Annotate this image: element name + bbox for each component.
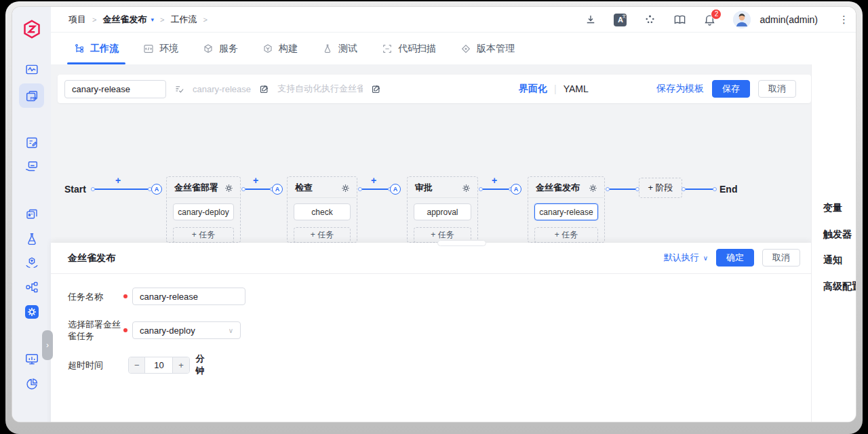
pipeline-end-node: End <box>719 184 737 195</box>
stage-title: 检查 <box>295 182 313 194</box>
zadig-logo-icon[interactable] <box>22 19 42 39</box>
add-stage-plus-button[interactable]: + <box>492 175 497 186</box>
exec-mode-dropdown[interactable]: 默认执行 ∨ <box>664 252 708 264</box>
required-dot <box>123 294 127 298</box>
task-button[interactable]: approval <box>414 203 471 220</box>
required-dot <box>123 328 127 332</box>
breadcrumb-separator: > <box>160 16 164 24</box>
add-task-button[interactable]: + 任务 <box>294 227 351 243</box>
kebab-menu-icon[interactable]: ⋮ <box>839 14 849 26</box>
timeout-stepper: − + <box>128 357 189 374</box>
stage-title: 金丝雀部署 <box>174 182 218 194</box>
add-stage-plus-button[interactable]: + <box>371 175 376 186</box>
right-config-menu: 变量 触发器 通知 高级配置 <box>811 64 856 422</box>
stage-settings-gear-icon[interactable] <box>341 184 350 193</box>
topbar-actions: A文 2 admin(admin) ⋮ <box>585 7 849 33</box>
approval-node-icon[interactable]: A <box>390 184 401 195</box>
task-name-label: 任务名称 <box>68 291 123 302</box>
tab-workflow[interactable]: 工作流 <box>64 33 128 64</box>
connector-line <box>94 189 149 190</box>
stage-settings-gear-icon[interactable] <box>462 184 471 193</box>
breadcrumb: 项目 > 金丝雀发布 ▾ > 工作流 > <box>68 7 208 33</box>
chevron-right-icon: › <box>46 340 49 350</box>
apps-cluster-icon[interactable] <box>644 14 656 26</box>
tab-version[interactable]: 版本管理 <box>451 33 524 64</box>
deploy-job-label: 选择部署金丝雀任务 <box>68 319 123 342</box>
stage-approval: 审批 approval + 任务 <box>407 176 478 243</box>
add-stage-plus-button[interactable]: + <box>115 175 121 186</box>
chevron-down-icon: ∨ <box>703 254 708 262</box>
user-avatar[interactable] <box>733 11 751 28</box>
notifications-bell-icon[interactable]: 2 <box>703 14 716 26</box>
add-task-button[interactable]: + 任务 <box>534 227 598 243</box>
stage-title: 金丝雀发布 <box>536 182 580 194</box>
artifact-release-icon[interactable] <box>24 256 39 271</box>
connector-line <box>482 189 509 190</box>
task-name-input[interactable] <box>132 288 245 305</box>
task-button[interactable]: check <box>294 203 351 220</box>
stepper-decrease-button[interactable]: − <box>129 357 145 373</box>
tab-env[interactable]: 环境 <box>134 33 188 64</box>
deploy-job-select[interactable]: canary-deploy ∨ <box>132 321 241 339</box>
tab-service[interactable]: 服务 <box>193 33 248 64</box>
project-switch-caret-icon[interactable]: ▾ <box>151 16 154 23</box>
stage-check: 检查 check + 任务 <box>287 176 357 243</box>
approval-node-icon[interactable]: A <box>151 184 162 195</box>
breadcrumb-project-name[interactable]: 金丝雀发布 <box>102 14 146 26</box>
pipeline-start-node: Start <box>64 184 86 195</box>
timeout-input[interactable] <box>145 357 172 373</box>
stage-canary-release: 金丝雀发布 canary-release + 任务 <box>528 176 605 243</box>
username[interactable]: admin(admin) <box>760 14 818 25</box>
top-bar: 项目 > 金丝雀发布 ▾ > 工作流 > A文 2 <box>51 7 856 33</box>
stepper-increase-button[interactable]: + <box>172 357 189 373</box>
data-overview-icon[interactable] <box>24 377 39 391</box>
delivery-icon[interactable] <box>24 159 39 174</box>
pipeline-tree-icon[interactable] <box>24 280 39 294</box>
confirm-button[interactable]: 确定 <box>716 249 754 267</box>
menu-advanced[interactable]: 高级配置 <box>823 281 856 293</box>
stage-title: 审批 <box>415 182 433 194</box>
projects-nav-icon[interactable]: PM <box>24 89 39 104</box>
approval-node-icon[interactable]: A <box>272 184 283 195</box>
settings-icon[interactable] <box>24 304 40 320</box>
chevron-down-icon: ∨ <box>229 327 233 334</box>
workspace-icon[interactable] <box>24 208 39 222</box>
stage-settings-gear-icon[interactable] <box>589 184 597 193</box>
menu-variables[interactable]: 变量 <box>823 202 842 214</box>
connector-line <box>685 189 713 190</box>
breadcrumb-section[interactable]: 工作流 <box>170 14 197 26</box>
add-stage-plus-button[interactable]: + <box>253 175 258 186</box>
connector-line <box>361 189 389 190</box>
language-switch-icon[interactable]: A文 <box>614 14 627 26</box>
release-plan-icon[interactable] <box>24 136 39 150</box>
breadcrumb-separator: > <box>203 16 207 24</box>
stage-settings-gear-icon[interactable] <box>224 184 233 193</box>
panel-divider <box>51 273 811 274</box>
test-center-icon[interactable] <box>24 232 39 246</box>
add-task-button[interactable]: + 任务 <box>173 227 234 243</box>
app-window: PM › 项目 <box>12 7 856 422</box>
task-button[interactable]: canary-deploy <box>173 203 234 220</box>
pm-label: PM <box>31 96 37 100</box>
menu-notify[interactable]: 通知 <box>823 254 842 267</box>
sidebar-expand-handle[interactable]: › <box>42 330 53 360</box>
add-stage-button[interactable]: + 阶段 <box>639 178 682 198</box>
tab-test[interactable]: 测试 <box>313 33 367 64</box>
breadcrumb-projects[interactable]: 项目 <box>68 14 86 26</box>
timeout-unit: 分钟 <box>196 353 212 377</box>
tab-build[interactable]: 构建 <box>253 33 307 64</box>
panel-cancel-button[interactable]: 取消 <box>762 249 800 267</box>
workflow-editor: canary-release 支持自动化执行金丝雀发布 界面化 | YAML 保… <box>51 64 811 422</box>
breadcrumb-separator: > <box>92 16 96 24</box>
dashboard-icon[interactable] <box>24 62 39 77</box>
timeout-label: 超时时间 <box>68 359 120 371</box>
task-button-selected[interactable]: canary-release <box>534 203 598 220</box>
stage-canary-deploy: 金丝雀部署 canary-deploy + 任务 <box>166 176 241 243</box>
approval-node-icon[interactable]: A <box>511 184 521 195</box>
download-icon[interactable] <box>585 14 597 26</box>
connector-line <box>245 189 271 190</box>
insight-icon[interactable] <box>24 352 39 367</box>
docs-book-icon[interactable] <box>673 14 686 26</box>
menu-triggers[interactable]: 触发器 <box>823 229 852 241</box>
tab-scan[interactable]: 代码扫描 <box>372 33 446 64</box>
